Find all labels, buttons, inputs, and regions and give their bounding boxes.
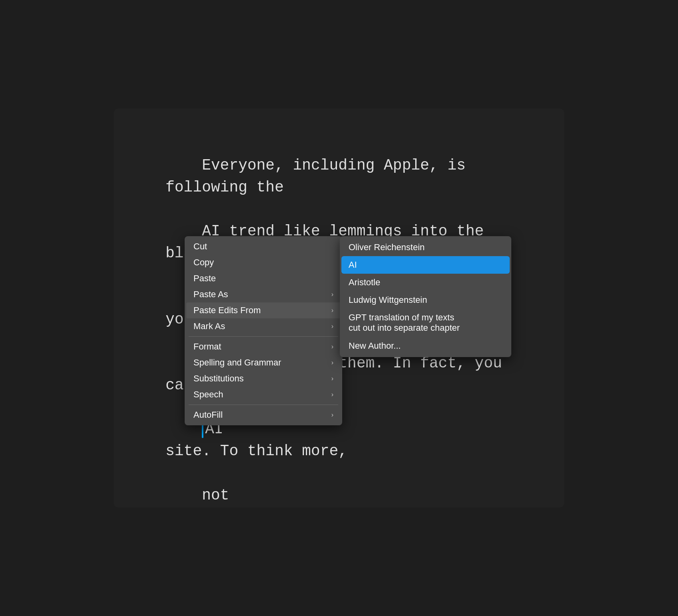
menu-item-copy-label: Copy bbox=[193, 257, 214, 268]
chevron-right-icon: › bbox=[331, 307, 333, 314]
submenu-item-gpt[interactable]: GPT translation of my texts cut out into… bbox=[341, 309, 510, 337]
text-line-6: not bbox=[202, 487, 229, 504]
chevron-right-icon: › bbox=[331, 359, 333, 366]
menu-divider-2 bbox=[189, 405, 338, 405]
menu-item-paste[interactable]: Paste bbox=[186, 270, 341, 286]
menu-item-spelling-grammar-label: Spelling and Grammar bbox=[193, 357, 281, 368]
submenu-item-ai[interactable]: AI bbox=[341, 256, 510, 274]
submenu-item-ai-label: AI bbox=[349, 260, 357, 270]
menu-item-spelling-grammar[interactable]: Spelling and Grammar › bbox=[186, 355, 341, 371]
menu-item-paste-label: Paste bbox=[193, 273, 216, 284]
submenu-item-wittgenstein[interactable]: Ludwig Wittgenstein bbox=[341, 291, 510, 309]
menu-item-copy[interactable]: Copy bbox=[186, 255, 341, 270]
menu-item-paste-as[interactable]: Paste As › bbox=[186, 286, 341, 302]
submenu-item-gpt-line2: cut out into separate chapter bbox=[349, 323, 460, 333]
menu-item-format-label: Format bbox=[193, 342, 221, 352]
menu-item-autofill-label: AutoFill bbox=[193, 410, 223, 420]
chevron-right-icon: › bbox=[331, 375, 333, 382]
submenu-item-wittgenstein-label: Ludwig Wittgenstein bbox=[349, 295, 427, 305]
menu-item-paste-as-label: Paste As bbox=[193, 289, 228, 300]
menu-divider-1 bbox=[189, 336, 338, 337]
text-line-1: Everyone, including Apple, is following … bbox=[166, 157, 475, 196]
menu-item-format[interactable]: Format › bbox=[186, 339, 341, 355]
menu-item-autofill[interactable]: AutoFill › bbox=[186, 407, 341, 423]
menu-item-paste-edits-from[interactable]: Paste Edits From › bbox=[186, 302, 341, 318]
menu-item-speech[interactable]: Speech › bbox=[186, 387, 341, 403]
submenu-item-oliver-label: Oliver Reichenstein bbox=[349, 242, 425, 253]
submenu-item-gpt-line1: GPT translation of my texts bbox=[349, 312, 454, 323]
submenu-paste-edits-from: Oliver Reichenstein AI Aristotle Ludwig … bbox=[340, 236, 511, 357]
menu-item-speech-label: Speech bbox=[193, 389, 223, 400]
submenu-item-oliver[interactable]: Oliver Reichenstein bbox=[341, 239, 510, 256]
app-window: Everyone, including Apple, is following … bbox=[114, 109, 564, 507]
menu-item-mark-as-label: Mark As bbox=[193, 321, 225, 332]
menu-item-cut[interactable]: Cut bbox=[186, 239, 341, 255]
submenu-item-aristotle-label: Aristotle bbox=[349, 277, 380, 288]
chevron-right-icon: › bbox=[331, 343, 333, 350]
chevron-right-icon: › bbox=[331, 391, 333, 398]
menu-item-mark-as[interactable]: Mark As › bbox=[186, 318, 341, 334]
submenu-item-aristotle[interactable]: Aristotle bbox=[341, 274, 510, 291]
menu-item-paste-edits-from-label: Paste Edits From bbox=[193, 305, 261, 316]
menu-item-substitutions[interactable]: Substitutions › bbox=[186, 371, 341, 387]
chevron-right-icon: › bbox=[331, 411, 333, 419]
menu-item-cut-label: Cut bbox=[193, 241, 207, 252]
text-line-5: AI site. To think more, bbox=[166, 421, 496, 460]
menu-item-substitutions-label: Substitutions bbox=[193, 373, 244, 384]
submenu-item-new-author-label: New Author... bbox=[349, 341, 401, 351]
context-menu: Cut Copy Paste Paste As › Paste Edits Fr… bbox=[185, 236, 342, 425]
chevron-right-icon: › bbox=[331, 323, 333, 330]
chevron-right-icon: › bbox=[331, 291, 333, 298]
submenu-item-new-author[interactable]: New Author... bbox=[341, 337, 510, 355]
